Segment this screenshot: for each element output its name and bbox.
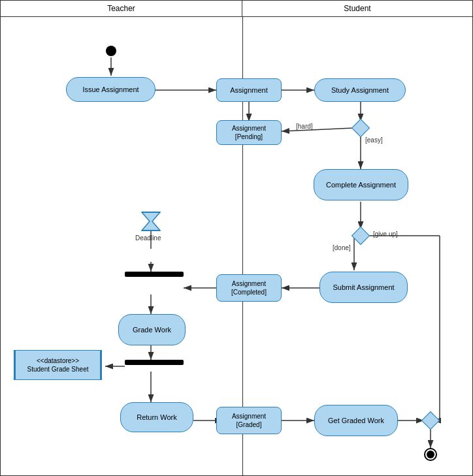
teacher-lane-header: Teacher [1,1,242,16]
give-up-label: [give up] [373,230,398,238]
return-work-node: Return Work [120,402,193,432]
header: Teacher Student [1,1,472,17]
student-grade-sheet-node: <<datastore>> Student Grade Sheet [14,350,102,380]
get-graded-work-node: Get Graded Work [314,405,398,436]
done-label: [done] [333,244,351,251]
submit-assignment-node: Submit Assignment [319,272,408,303]
sync-bar-1 [125,272,184,277]
assignment-completed-node: Assignment [Completed] [216,274,282,302]
assignment-graded-node: Assignment [Graded] [216,407,282,434]
assignment-node: Assignment [216,78,282,102]
deadline-label: Deadline [135,234,161,242]
study-assignment-node: Study Assignment [314,78,406,102]
final-state [424,448,437,461]
grade-work-node: Grade Work [118,314,186,345]
deadline-timer [138,210,164,235]
diamond-1 [351,119,370,137]
hard-label: [hard] [296,123,313,130]
sync-bar-2 [125,360,184,365]
svg-line-7 [282,128,354,131]
initial-state [106,46,116,56]
merge-diamond [421,411,440,430]
student-lane-header: Student [242,1,472,16]
diamond-2 [351,227,370,245]
issue-assignment-node: Issue Assignment [66,77,155,102]
final-state-inner [427,451,434,458]
diagram-container: Teacher Student [0,0,473,476]
diagram-body: Issue Assignment Assignment Study Assign… [1,17,473,476]
assignment-pending-node: Assignment [Pending] [216,120,282,145]
svg-marker-27 [142,212,160,230]
easy-label: [easy] [365,136,383,144]
complete-assignment-node: Complete Assignment [314,169,408,200]
